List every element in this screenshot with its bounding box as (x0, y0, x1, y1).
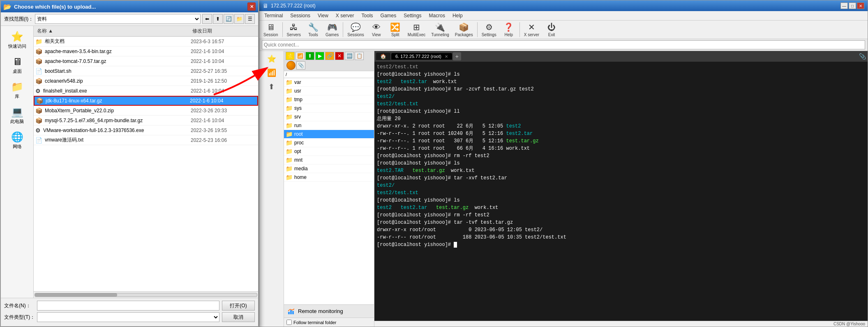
tree-item-mnt[interactable]: 📁 mnt (284, 156, 374, 165)
toolbar-multiexec[interactable]: ⊞ MultiExec (405, 21, 428, 38)
file-tb-star[interactable]: ⭐ (286, 52, 295, 60)
file-tb-text[interactable]: 🔤 (345, 52, 354, 60)
paperclip-icon[interactable]: 📎 (859, 53, 866, 60)
toolbar-packages[interactable]: 📦 Packages (452, 21, 476, 38)
scrollbar-track[interactable] (35, 293, 257, 297)
file-tb-clipboard[interactable]: 📋 (355, 52, 364, 60)
menu-macros[interactable]: Macros (426, 12, 448, 19)
selected-file-row[interactable]: 📦 jdk-8u171-linux-x64.tar.gz 2022-1-6 10… (34, 96, 258, 106)
library-label: 库 (15, 93, 19, 100)
sidebar-quick-access[interactable]: ⭐ 快速访问 (3, 29, 32, 51)
session-tab[interactable]: 6. 172.25.77.222 (root) ✕ (391, 53, 452, 60)
file-tb-attach[interactable]: 📎 (296, 61, 305, 70)
folder-proc-icon: 📁 (286, 139, 293, 146)
file-row[interactable]: 📦 MobaXterm_Portable_v22.0.zip 2022-3-26… (34, 106, 258, 116)
tree-item-home[interactable]: 📁 home (284, 173, 374, 182)
tools-label: Tools (308, 32, 318, 37)
menu-view[interactable]: View (314, 12, 332, 19)
sidebar-desktop[interactable]: 🖥 桌面 (3, 54, 32, 76)
toolbar-sessions[interactable]: 💬 Sessions (345, 21, 367, 38)
menu-help[interactable]: Help (449, 12, 466, 19)
cancel-button[interactable]: 取消 (222, 312, 255, 322)
maximize-button[interactable]: □ (849, 2, 856, 9)
scrollbar-thumb[interactable] (35, 293, 117, 297)
menu-games[interactable]: Games (377, 12, 400, 19)
toolbar-games[interactable]: 🎮 Games (323, 21, 341, 38)
toolbar-xserver[interactable]: ✕ X server (522, 21, 542, 38)
menu-settings[interactable]: Settings (400, 12, 425, 19)
file-date-text: 2022-3-26 19:55 (191, 128, 256, 133)
toolbar-settings[interactable]: ⚙ Settings (479, 21, 499, 38)
menu-tools[interactable]: Tools (358, 12, 376, 19)
file-row[interactable]: 📁 相关文档 2023-6-3 16:57 (34, 37, 258, 46)
toolbar-tunneling[interactable]: 🔌 Tunneling (429, 21, 452, 38)
toolbar-view[interactable]: 👁 View (367, 22, 386, 38)
tree-item-proc[interactable]: 📁 proc (284, 139, 374, 147)
file-row[interactable]: 📄 bootStart.sh 2022-5-27 16:35 (34, 66, 258, 76)
file-tb-close[interactable]: ✕ (335, 52, 344, 60)
left-panel-sftp[interactable]: 📶 (261, 67, 283, 79)
refresh-icon[interactable]: 🔄 (224, 14, 233, 24)
view-icon[interactable]: ☰ (245, 14, 255, 24)
close-button[interactable]: ✕ (857, 2, 864, 9)
header-name[interactable]: 名称 ▲ (35, 27, 191, 35)
open-button[interactable]: 打开(O) (222, 301, 255, 311)
toolbar-servers[interactable]: 🖧 Servers (284, 22, 303, 38)
tree-item-run[interactable]: 📁 run (284, 121, 374, 130)
header-date[interactable]: 修改日期 (191, 27, 256, 35)
tree-item-opt[interactable]: 📁 opt (284, 147, 374, 156)
tree-item-media[interactable]: 📁 media (284, 165, 374, 173)
add-tab-button[interactable]: + (453, 52, 461, 60)
follow-terminal-checkbox[interactable] (286, 320, 292, 325)
file-tb-link[interactable]: 🔗 (325, 52, 334, 60)
file-row[interactable]: ⚙ finalshell_install.exe 2022-1-6 10:04 (34, 86, 258, 96)
terminal-content[interactable]: test2/test.txt [root@localhost yishooo]#… (374, 62, 868, 321)
file-tb-connect[interactable]: 📶 (295, 52, 305, 60)
file-tb-run[interactable]: ▶ (315, 52, 324, 60)
search-location-select[interactable]: 资料 (35, 14, 201, 24)
menu-terminal[interactable]: Terminal (261, 12, 286, 19)
filetype-select[interactable] (37, 312, 219, 322)
tree-item-root[interactable]: 📁 root (284, 130, 374, 139)
tree-item-srv[interactable]: 📁 srv (284, 113, 374, 121)
tree-item-sys[interactable]: 📁 sys (284, 104, 374, 113)
file-row[interactable]: 📦 apache-maven-3.5.4-bin.tar.gz 2022-1-6… (34, 46, 258, 56)
file-row[interactable]: ⚙ VMware-workstation-full-16.2.3-1937653… (34, 125, 258, 135)
tree-item-tmp[interactable]: 📁 tmp (284, 95, 374, 104)
file-row[interactable]: 📦 mysql-5.7.25-1.el7.x86_64.rpm-bundle.t… (34, 116, 258, 125)
file-tb-upload[interactable]: ⬆ (305, 52, 314, 60)
tree-item-var[interactable]: 📁 var (284, 78, 374, 87)
go-back-icon[interactable]: ⬅ (202, 14, 212, 24)
file-path-bar[interactable]: / (284, 71, 374, 78)
sidebar-library[interactable]: 📁 库 (3, 79, 32, 101)
minimize-button[interactable]: — (840, 2, 848, 9)
dialog-close-button[interactable]: ✕ (247, 2, 256, 11)
mobaxterm-window: 🖥 172.25.77.222 (root) — □ ✕ Terminal Se… (259, 0, 868, 327)
tree-item-usr[interactable]: 📁 usr (284, 87, 374, 95)
file-row[interactable]: 📦 ccleanerlv548.zip 2019-1-26 12:50 (34, 76, 258, 86)
filetype-label: 文件类型(T)： (4, 314, 37, 321)
new-folder-icon[interactable]: 📁 (234, 14, 244, 24)
toolbar-split[interactable]: 🔀 Split (386, 21, 404, 38)
sidebar-this-pc[interactable]: 💻 此电脑 (3, 104, 32, 126)
toolbar-help[interactable]: ❓ Help (500, 21, 518, 38)
go-up-icon[interactable]: ⬆ (213, 14, 223, 24)
toolbar-session[interactable]: 🖥 Session (261, 22, 281, 38)
horizontal-scrollbar[interactable] (34, 291, 258, 298)
toolbar-exit[interactable]: ⏻ Exit (542, 22, 561, 38)
file-row[interactable]: 📦 apache-tomcat-7.0.57.tar.gz 2022-1-6 1… (34, 56, 258, 66)
quick-connect-input[interactable] (262, 40, 865, 49)
tab-close-button[interactable]: ✕ (445, 54, 448, 59)
menu-sessions[interactable]: Sessions (287, 12, 314, 19)
filename-input[interactable] (37, 301, 219, 311)
menu-xserver[interactable]: X server (332, 12, 358, 19)
toolbar-tools[interactable]: 🔧 Tools (304, 21, 322, 38)
home-tab[interactable]: 🏠 (376, 53, 390, 60)
file-row[interactable]: 📄 vmware激活码.txt 2022-5-23 16:06 (34, 135, 258, 145)
dialog-title: Choose which file(s) to upload... (14, 4, 247, 10)
tree-item-label: sys (294, 105, 302, 111)
sidebar-network[interactable]: 🌐 网络 (3, 130, 32, 151)
left-panel-upload[interactable]: ⬆ (261, 81, 283, 93)
left-panel-btn[interactable]: ⭐ (261, 53, 283, 65)
moba-statusbar: CSDN @Yishooo (374, 321, 868, 327)
